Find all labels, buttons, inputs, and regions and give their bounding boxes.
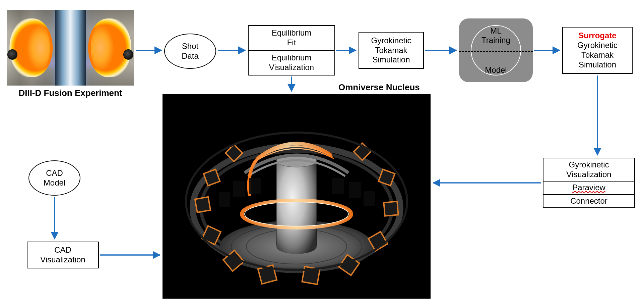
svg-rect-28 xyxy=(219,192,230,207)
svg-rect-23 xyxy=(233,181,245,197)
surrogate-line1: Gyrokinetic xyxy=(565,41,630,50)
shot-data-line1: Shot xyxy=(168,42,213,51)
surrogate-tag: Surrogate xyxy=(565,31,630,41)
ml-training-line2: Training xyxy=(481,36,510,45)
ml-model-label: Model xyxy=(485,65,507,74)
shot-data-line2: Data xyxy=(168,51,213,61)
equilibrium-fit-line2: Fit xyxy=(251,38,332,48)
cad-model-line2: Model xyxy=(32,178,77,188)
gyro-viz-paraview: Paraview xyxy=(545,183,632,193)
svg-rect-18 xyxy=(384,201,398,216)
gyro-viz-connector: Connector xyxy=(545,196,632,206)
omniverse-title: Omniverse Nucleus xyxy=(338,82,420,93)
surrogate-line2: Tokamak xyxy=(565,50,630,60)
equilibrium-node: Equilibrium Fit Equilibrium Visualizatio… xyxy=(248,25,335,75)
diii-d-caption: DIII-D Fusion Experiment xyxy=(7,88,134,98)
svg-rect-25 xyxy=(332,178,344,194)
svg-rect-27 xyxy=(364,191,375,206)
cad-viz-line1: CAD xyxy=(29,245,96,255)
ml-divider-dash xyxy=(459,51,533,52)
diii-d-experiment-image xyxy=(7,10,134,86)
omniverse-render-image xyxy=(163,94,431,299)
shot-data-node: Shot Data xyxy=(164,34,216,69)
equilibrium-viz-line1: Equilibrium xyxy=(251,53,332,63)
gyro-viz-line2: Visualization xyxy=(545,170,632,180)
svg-rect-26 xyxy=(349,182,361,198)
ml-training-line1: ML xyxy=(490,26,501,35)
cad-viz-line2: Visualization xyxy=(29,255,96,265)
equilibrium-fit-line1: Equilibrium xyxy=(251,28,332,38)
svg-rect-11 xyxy=(195,197,210,212)
gyro-viz-line1: Gyrokinetic xyxy=(545,160,632,170)
svg-rect-24 xyxy=(249,178,261,194)
cad-model-node: CAD Model xyxy=(28,160,80,196)
gyro-sim-line2: Tokamak xyxy=(361,46,421,55)
gyrokinetic-sim-node: Gyrokinetic Tokamak Simulation xyxy=(359,32,424,69)
surrogate-line3: Simulation xyxy=(565,60,630,70)
gyro-sim-line3: Simulation xyxy=(361,55,421,65)
equilibrium-viz-line2: Visualization xyxy=(251,63,332,72)
gyro-visualization-node: Gyrokinetic Visualization Paraview Conne… xyxy=(543,158,635,208)
cad-visualization-node: CAD Visualization xyxy=(27,242,99,268)
cad-model-line1: CAD xyxy=(32,168,77,178)
svg-rect-22 xyxy=(204,169,220,186)
surrogate-sim-node: Surrogate Gyrokinetic Tokamak Simulation xyxy=(562,27,633,74)
ml-training-node: ML Training Model xyxy=(459,18,533,82)
gyro-sim-line1: Gyrokinetic xyxy=(361,36,421,46)
